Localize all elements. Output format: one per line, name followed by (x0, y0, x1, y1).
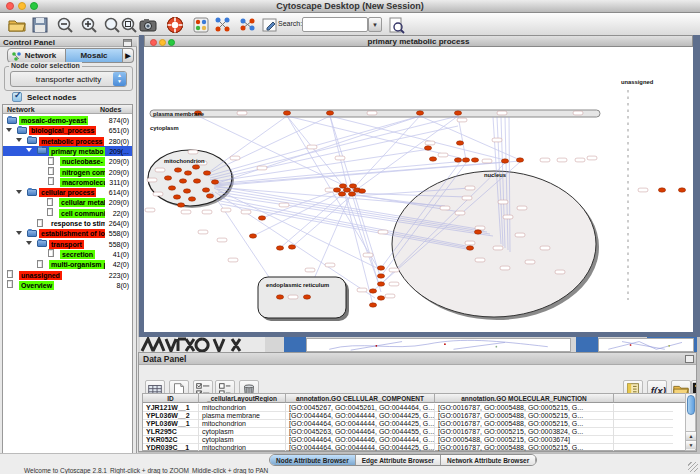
table-row-YPL036W__1[interactable]: YPL036W__1mitochondrion[GO:0044464, GO:0… (143, 420, 673, 428)
network-node[interactable] (658, 188, 665, 192)
annotate-icon[interactable] (261, 16, 279, 34)
tree-item-establishment-of-lo[interactable]: establishment of lo558(0) (3, 228, 132, 238)
tab-node-attribute-browser[interactable]: Node Attribute Browser (270, 455, 356, 466)
network-node[interactable] (516, 158, 523, 162)
vizmapper-icon[interactable] (192, 16, 210, 34)
column-header-0[interactable]: ID (143, 394, 199, 403)
network-node[interactable] (416, 111, 423, 115)
network-node[interactable] (283, 111, 290, 115)
network-node[interactable] (348, 192, 355, 196)
zoom-in-icon[interactable] (80, 16, 98, 34)
network-node[interactable] (377, 296, 384, 300)
layout-network-1-icon[interactable] (214, 16, 232, 34)
nucleus-region[interactable] (392, 171, 596, 317)
tree-item-nucleobase-[interactable]: nucleobase-209(0) (3, 156, 132, 166)
tab-network-attribute-browser[interactable]: Network Attribute Browser (441, 455, 536, 466)
network-node[interactable] (678, 188, 685, 192)
network-node[interactable] (424, 146, 431, 150)
network-node[interactable] (501, 159, 508, 163)
scroll-up-button[interactable]: ▲ (686, 431, 696, 440)
tree-item-cellular-process[interactable]: cellular process614(0) (3, 187, 132, 197)
tree-item-multi-organism-pro[interactable]: multi-organism pro42(0) (3, 259, 132, 269)
expander-icon[interactable] (26, 148, 32, 152)
save-icon[interactable] (31, 16, 49, 34)
network-node[interactable] (369, 289, 376, 293)
table-scrollbar[interactable]: ▲ ▼ (685, 393, 696, 451)
scroll-down-button[interactable]: ▼ (686, 440, 696, 449)
network-node[interactable] (338, 192, 345, 196)
table-row-YPL036W__2[interactable]: YPL036W__2plasma membrane[GO:0044464, GO… (143, 412, 673, 420)
network-graph-canvas[interactable]: plasma membranecytoplasmmitochondrionnuc… (144, 47, 693, 332)
network-node[interactable] (202, 188, 209, 192)
network-node[interactable] (168, 186, 175, 190)
network-node[interactable] (377, 274, 384, 278)
network-node[interactable] (429, 157, 436, 161)
network-node[interactable] (466, 246, 473, 250)
network-node[interactable] (454, 111, 461, 115)
network-node[interactable] (333, 188, 340, 192)
column-header-1[interactable]: _cellularLayoutRegion (199, 394, 286, 403)
network-node[interactable] (474, 230, 481, 234)
network-node[interactable] (164, 176, 171, 180)
network-node[interactable] (343, 188, 350, 192)
network-node[interactable] (303, 295, 310, 299)
snapshot-icon[interactable] (139, 16, 157, 34)
network-node[interactable] (377, 282, 384, 286)
table-row-YJR121W__1[interactable]: YJR121W__1mitochondrion[GO:0045267, GO:0… (143, 404, 673, 412)
network-node[interactable] (184, 171, 191, 175)
column-header-2[interactable]: annotation.GO CELLULAR_COMPONENT (286, 394, 435, 403)
table-row-YDR039C__1[interactable]: YDR039C__1mitochondrion[GO:0044464, GO:0… (143, 444, 673, 452)
network-node[interactable] (454, 158, 461, 162)
network-node[interactable] (326, 111, 333, 115)
network-node[interactable] (377, 266, 384, 270)
network-node[interactable] (369, 303, 376, 307)
layout-network-2-icon[interactable] (239, 16, 257, 34)
tree-item-biological-process[interactable]: biological_process651(0) (3, 125, 132, 135)
table-row-YKR052C[interactable]: YKR052Ccytoplasm[GO:0044464, GO:0044446,… (143, 436, 673, 444)
search-options-dropdown[interactable]: ▼ (368, 17, 382, 32)
tree-item-nitrogen-compo[interactable]: nitrogen compo209(0) (3, 167, 132, 177)
tree-item-transport[interactable]: transport558(0) (3, 239, 132, 249)
open-folder-icon[interactable] (8, 16, 26, 34)
tab-network[interactable]: Network (7, 48, 66, 63)
expander-icon[interactable] (6, 128, 12, 132)
zoom-out-icon[interactable] (56, 16, 74, 34)
scrollbar-thumb[interactable] (687, 395, 695, 415)
network-node[interactable] (288, 245, 295, 249)
zoom-fit-icon[interactable] (103, 16, 121, 34)
tree-item-cell-communicat[interactable]: cell communicat22(0) (3, 208, 132, 218)
tree-item-mosaic-demo-yeast[interactable]: mosaic-demo-yeast874(0) (3, 115, 132, 125)
network-node[interactable] (358, 189, 365, 193)
network-node[interactable] (211, 180, 218, 184)
network-node[interactable] (339, 184, 346, 188)
network-node[interactable] (258, 216, 265, 220)
expander-icon[interactable] (16, 190, 22, 194)
network-node[interactable] (183, 189, 190, 193)
network-node[interactable] (206, 194, 213, 198)
column-header-3[interactable]: annotation.GO MOLECULAR_FUNCTION (435, 394, 614, 403)
table-row-YLR295C[interactable]: YLR295Ccytoplasm[GO:0045263, GO:0044464,… (143, 428, 673, 436)
network-node[interactable] (276, 246, 283, 250)
tree-item-overview[interactable]: Overview8(0) (3, 280, 132, 290)
network-node[interactable] (249, 234, 256, 238)
tab-mosaic[interactable]: Mosaic (66, 48, 123, 63)
help-icon[interactable] (166, 16, 184, 34)
network-node[interactable] (471, 158, 478, 162)
tree-item-response-to-stimulu[interactable]: response to stimulu264(0) (3, 218, 132, 228)
expander-icon[interactable] (16, 138, 22, 142)
control-panel-float-icon[interactable] (123, 39, 132, 47)
network-node[interactable] (177, 203, 184, 207)
tree-item-secretion[interactable]: secretion41(0) (3, 249, 132, 259)
search-input[interactable] (302, 17, 368, 32)
network-node[interactable] (456, 141, 463, 145)
background-window-titlebar-2[interactable] (576, 337, 598, 352)
zoom-selected-icon[interactable] (120, 16, 138, 34)
network-node[interactable] (192, 165, 199, 169)
tab-overflow-arrow[interactable]: ▶ (123, 48, 134, 63)
network-node[interactable] (179, 179, 186, 183)
expander-icon[interactable] (16, 231, 22, 235)
background-window-thumbnail[interactable] (306, 338, 571, 352)
tab-edge-attribute-browser[interactable]: Edge Attribute Browser (356, 455, 441, 466)
tree-item-metabolic-process[interactable]: metabolic process280(0) (3, 136, 132, 146)
node-color-select[interactable]: transporter activity (10, 71, 127, 87)
